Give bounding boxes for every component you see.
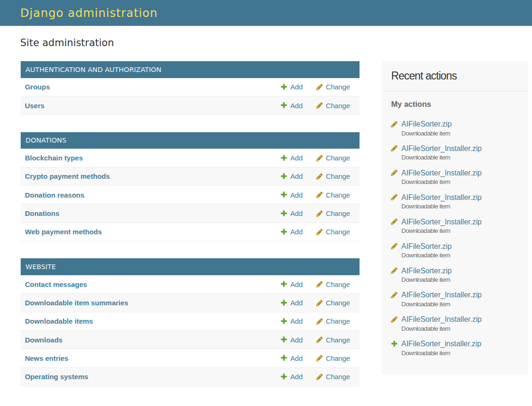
model-link[interactable]: Donation reasons xyxy=(25,191,280,199)
change-link[interactable]: Change xyxy=(316,191,350,199)
change-link[interactable]: Change xyxy=(316,336,350,343)
add-link[interactable]: Add xyxy=(280,228,303,236)
add-link[interactable]: Add xyxy=(280,83,303,91)
model-link[interactable]: Downloads xyxy=(25,336,280,343)
model-link[interactable]: Groups xyxy=(25,83,280,90)
change-icon xyxy=(391,193,398,201)
add-icon xyxy=(280,83,288,91)
my-actions-heading: My actions xyxy=(391,100,431,108)
recent-action-type: Downloadable item xyxy=(401,326,450,332)
recent-action-type: Downloadable item xyxy=(401,154,450,161)
model-link[interactable]: News entries xyxy=(25,355,280,362)
change-icon xyxy=(316,318,323,325)
model-link[interactable]: Downloadable items xyxy=(25,318,280,325)
model-link[interactable]: Donations xyxy=(25,210,280,217)
app-module: WEBSITE Contact messages Add Change Down… xyxy=(21,258,360,386)
recent-action-link[interactable]: AIFileSorter_Installer.zip xyxy=(401,145,482,152)
model-link[interactable]: Downloadable item summaries xyxy=(25,299,280,306)
add-icon xyxy=(280,373,288,381)
change-icon xyxy=(316,299,323,307)
change-label: Change xyxy=(326,281,350,288)
recent-action-link[interactable]: AIFileSorter_Installer.zip xyxy=(401,218,482,226)
add-icon xyxy=(280,318,288,325)
add-icon xyxy=(280,280,288,288)
add-link[interactable]: Add xyxy=(280,154,303,162)
change-label: Change xyxy=(326,318,350,325)
model-link[interactable]: Blockchain types xyxy=(25,154,280,161)
change-link[interactable]: Change xyxy=(316,154,350,162)
recent-action-item: AIFileSorter_Installer.zip Downloadable … xyxy=(391,217,522,241)
add-label: Add xyxy=(290,102,303,109)
recent-action-link[interactable]: AIFileSorter_installer.zip xyxy=(401,340,481,348)
model-link[interactable]: Operating systems xyxy=(25,373,280,380)
model-row: Downloads Add Change xyxy=(21,331,360,349)
page-title: Site administration xyxy=(20,38,114,48)
add-link[interactable]: Add xyxy=(280,191,303,199)
recent-action-type: Downloadable item xyxy=(401,252,450,259)
add-label: Add xyxy=(290,318,303,325)
recent-actions-panel: Recent actions My actions AIFileSorter.z… xyxy=(382,61,528,374)
add-label: Add xyxy=(290,154,303,161)
app-module-header[interactable]: DONATIONS xyxy=(21,132,360,149)
add-link[interactable]: Add xyxy=(280,336,303,343)
recent-action-type: Downloadable item xyxy=(401,179,450,185)
model-link[interactable]: Crypto payment methods xyxy=(25,173,280,180)
app-module-title: AUTHENTICATION AND AUTHORIZATION xyxy=(25,66,161,73)
model-link[interactable]: Contact messages xyxy=(25,281,280,288)
change-icon xyxy=(391,242,398,250)
change-icon xyxy=(316,228,323,236)
recent-action-type: Downloadable item xyxy=(401,228,450,234)
recent-action-type: Downloadable item xyxy=(401,277,450,283)
change-link[interactable]: Change xyxy=(316,102,350,109)
change-link[interactable]: Change xyxy=(316,354,350,362)
recent-action-link[interactable]: AIFileSorter_Installer.zip xyxy=(401,316,482,323)
add-icon xyxy=(280,173,288,180)
recent-action-link[interactable]: AIFileSorter_Installer.zip xyxy=(401,194,482,201)
change-link[interactable]: Change xyxy=(316,299,350,307)
change-icon xyxy=(316,173,323,180)
add-link[interactable]: Add xyxy=(280,318,303,325)
add-link[interactable]: Add xyxy=(280,210,303,217)
add-link[interactable]: Add xyxy=(280,280,303,288)
model-link[interactable]: Web payment methods xyxy=(25,228,280,235)
change-icon xyxy=(391,169,398,176)
header-bar: Django administration xyxy=(0,0,532,26)
add-link[interactable]: Add xyxy=(280,299,303,307)
add-link[interactable]: Add xyxy=(280,373,303,381)
add-icon xyxy=(280,154,288,162)
add-icon xyxy=(280,354,288,362)
add-link[interactable]: Add xyxy=(280,102,303,109)
recent-action-link[interactable]: AIFileSorter.zip xyxy=(401,243,452,250)
recent-action-type: Downloadable item xyxy=(401,203,450,210)
change-icon xyxy=(316,336,323,343)
change-link[interactable]: Change xyxy=(316,173,350,180)
model-link[interactable]: Users xyxy=(25,102,280,109)
change-icon xyxy=(316,210,323,217)
recent-action-link[interactable]: AIFileSorter_Installer.zip xyxy=(401,169,482,177)
change-icon xyxy=(391,218,398,225)
add-label: Add xyxy=(290,83,303,90)
change-link[interactable]: Change xyxy=(316,280,350,288)
recent-action-item: AIFileSorter.zip Downloadable item xyxy=(391,119,522,144)
change-link[interactable]: Change xyxy=(316,318,350,325)
change-icon xyxy=(391,291,398,299)
add-link[interactable]: Add xyxy=(280,354,303,362)
site-name[interactable]: Django administration xyxy=(20,8,157,19)
model-row: Donation reasons Add Change xyxy=(21,186,360,204)
change-link[interactable]: Change xyxy=(316,83,350,91)
app-module-header[interactable]: AUTHENTICATION AND AUTHORIZATION xyxy=(21,61,360,78)
change-link[interactable]: Change xyxy=(316,228,350,236)
recent-action-link[interactable]: AIFileSorter_Installer.zip xyxy=(401,291,482,299)
model-row: Blockchain types Add Change xyxy=(21,149,360,167)
recent-action-link[interactable]: AIFileSorter.zip xyxy=(401,120,452,128)
app-module-header[interactable]: WEBSITE xyxy=(21,258,360,275)
add-link[interactable]: Add xyxy=(280,173,303,180)
recent-action-type: Downloadable item xyxy=(401,130,450,137)
change-link[interactable]: Change xyxy=(316,373,350,381)
model-row: Downloadable items Add Change xyxy=(21,312,360,331)
recent-actions-title: Recent actions xyxy=(391,71,457,81)
recent-action-item: AIFileSorter_Installer.zip Downloadable … xyxy=(391,168,522,193)
change-link[interactable]: Change xyxy=(316,210,350,217)
model-row: Groups Add Change xyxy=(21,78,360,96)
recent-action-link[interactable]: AIFileSorter.zip xyxy=(401,267,452,275)
